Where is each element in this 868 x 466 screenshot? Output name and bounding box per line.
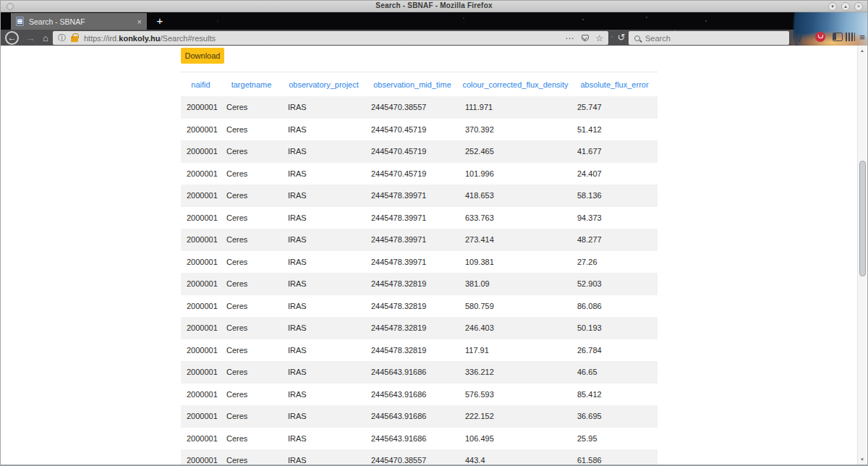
table-cell: 576.593 [459, 390, 571, 399]
table-cell: 2000001 [181, 456, 221, 465]
search-placeholder: Search [645, 34, 671, 43]
minimize-button[interactable]: ▾ [828, 2, 837, 11]
insecure-lock-icon[interactable] [71, 36, 78, 42]
table-cell: 2445478.32819 [365, 279, 459, 288]
table-row: 2000001CeresIRAS2445470.45719101.99624.4… [181, 163, 658, 185]
menu-icon[interactable]: ≡ [857, 31, 867, 44]
table-cell: 2445470.45719 [365, 169, 459, 178]
table-cell: Ceres [221, 368, 282, 376]
table-cell: 106.495 [459, 434, 571, 443]
table-cell: Ceres [221, 169, 282, 178]
table-cell: 61.586 [571, 456, 658, 465]
url-text[interactable]: https://ird.konkoly.hu/Search#results [84, 34, 216, 43]
page-actions-icon[interactable]: ⋯ [561, 33, 578, 43]
browser-tab[interactable]: Search - SBNAF × [11, 13, 147, 30]
browser-window: Search - SBNAF - Mozilla Firefox ▾ ▴ × S… [0, 0, 868, 466]
table-cell: Ceres [221, 390, 282, 399]
table-cell: IRAS [282, 412, 365, 420]
table-cell: Ceres [221, 346, 282, 355]
home-button[interactable]: ⌂ [40, 32, 51, 44]
table-row: 2000001CeresIRAS2445478.32819117.9126.78… [181, 339, 658, 362]
table-cell: 27.26 [571, 258, 658, 266]
close-window-button[interactable]: × [854, 2, 863, 11]
table-row: 2000001CeresIRAS2445643.91686336.21246.6… [181, 361, 658, 384]
table-cell: Ceres [221, 191, 282, 200]
scroll-down-icon[interactable]: ▼ [858, 457, 867, 462]
extension-icon[interactable] [846, 33, 855, 41]
scroll-up-icon[interactable]: ▲ [858, 48, 867, 53]
new-tab-button[interactable]: + [151, 13, 169, 30]
download-button[interactable]: Download [181, 48, 224, 64]
table-cell: 25.95 [571, 434, 658, 443]
table-cell: Ceres [221, 279, 282, 288]
table-cell: 2445478.39971 [365, 235, 459, 244]
column-header-absolute_flux_error[interactable]: absolute_flux_error [571, 80, 658, 89]
table-cell: 36.695 [571, 412, 658, 420]
page-scrollbar[interactable]: ▲ ▼ [857, 46, 867, 465]
pocket-icon[interactable] [582, 35, 589, 41]
table-cell: 2000001 [181, 302, 221, 310]
table-cell: 2445478.39971 [365, 258, 459, 266]
table-cell: Ceres [221, 213, 282, 222]
browser-chrome: Search - SBNAF × + ← → ⌂ ⓘ https://ird.k… [1, 12, 867, 46]
url-bar[interactable]: ⓘ https://ird.konkoly.hu/Search#results … [53, 31, 608, 45]
sidebar-toggle-icon[interactable] [833, 33, 843, 41]
table-cell: 2000001 [181, 412, 221, 420]
table-cell: 48.277 [571, 235, 658, 244]
table-cell: 2000001 [181, 434, 221, 443]
table-cell: IRAS [282, 279, 365, 288]
table-cell: Ceres [221, 147, 282, 156]
site-info-icon[interactable]: ⓘ [58, 34, 66, 42]
tab-close-icon[interactable]: × [133, 17, 142, 26]
table-cell: 24.407 [571, 169, 658, 178]
table-row: 2000001CeresIRAS2445478.39971109.38127.2… [181, 251, 658, 274]
back-button[interactable]: ← [5, 31, 19, 45]
table-cell: 2445478.32819 [365, 346, 459, 355]
bookmark-star-icon[interactable]: ☆ [592, 33, 608, 43]
table-cell: 58.136 [571, 191, 658, 200]
table-row: 2000001CeresIRAS2445470.45719370.39251.4… [181, 119, 658, 141]
forward-button[interactable]: → [25, 33, 36, 44]
table-cell: 2000001 [181, 258, 221, 266]
pocket-extension-icon[interactable] [815, 32, 825, 42]
table-cell: 2445470.38557 [365, 456, 459, 465]
reload-button[interactable]: ↻ [616, 32, 627, 43]
column-header-naifid[interactable]: naifid [181, 80, 221, 89]
tab-title: Search - SBNAF [29, 17, 133, 26]
table-cell: IRAS [282, 169, 365, 178]
table-cell: 2000001 [181, 191, 221, 200]
table-header-row: naifidtargetnameobservatory_projectobser… [181, 72, 658, 96]
table-cell: 50.193 [571, 323, 658, 332]
table-cell: Ceres [221, 103, 282, 111]
table-cell: 273.414 [459, 235, 571, 244]
maximize-button[interactable]: ▴ [841, 2, 850, 11]
table-cell: IRAS [282, 191, 365, 200]
column-header-observation_mid_time[interactable]: observation_mid_time [365, 80, 459, 89]
table-cell: 2000001 [181, 235, 221, 244]
column-header-colour_corrected_flux_density[interactable]: colour_corrected_flux_density [459, 80, 571, 89]
table-cell: 2000001 [181, 125, 221, 134]
table-cell: 109.381 [459, 258, 571, 266]
library-icon[interactable] [793, 33, 804, 43]
page-content: Download naifidtargetnameobservatory_pro… [1, 46, 859, 465]
table-cell: 2445470.45719 [365, 125, 459, 134]
column-header-observatory_project[interactable]: observatory_project [282, 80, 365, 89]
results-table: naifidtargetnameobservatory_projectobser… [181, 72, 658, 465]
column-header-targetname[interactable]: targetname [221, 80, 282, 89]
table-cell: 94.373 [571, 213, 658, 222]
table-cell: 86.086 [571, 302, 658, 310]
table-cell: IRAS [282, 125, 365, 134]
table-cell: Ceres [221, 235, 282, 244]
table-cell: Ceres [221, 412, 282, 420]
table-cell: 51.412 [571, 125, 658, 134]
table-row: 2000001CeresIRAS2445478.39971273.41448.2… [181, 229, 658, 251]
table-cell: 2000001 [181, 103, 221, 111]
url-scheme: https://ird. [84, 34, 119, 43]
table-cell: IRAS [282, 103, 365, 111]
table-cell: IRAS [282, 302, 365, 310]
table-cell: 246.403 [459, 323, 571, 332]
table-cell: 381.09 [459, 279, 571, 288]
search-bar[interactable]: Search [629, 31, 789, 45]
scrollbar-thumb[interactable] [859, 161, 866, 276]
table-cell: IRAS [282, 368, 365, 376]
